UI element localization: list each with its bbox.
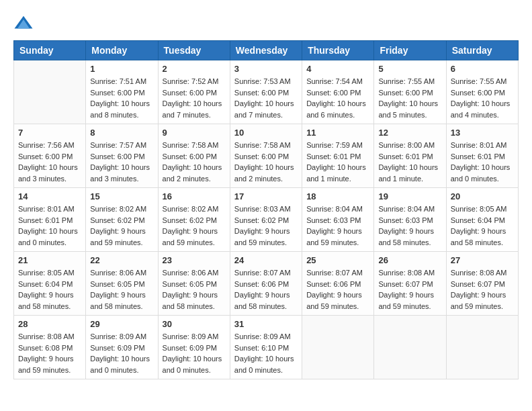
day-info: Sunrise: 8:08 AM Sunset: 6:07 PM Dayligh…: [378, 267, 441, 312]
day-info: Sunrise: 7:59 AM Sunset: 6:01 PM Dayligh…: [306, 140, 369, 184]
day-info: Sunrise: 8:07 AM Sunset: 6:06 PM Dayligh…: [306, 267, 369, 312]
day-number: 19: [378, 191, 441, 201]
calendar-cell: 8Sunrise: 7:57 AM Sunset: 6:00 PM Daylig…: [86, 124, 158, 188]
day-number: 16: [163, 191, 226, 201]
weekday-header-thursday: Thursday: [302, 41, 374, 60]
calendar-cell: 25Sunrise: 8:07 AM Sunset: 6:06 PM Dayli…: [302, 252, 374, 316]
day-number: 13: [451, 128, 514, 138]
day-number: 15: [90, 191, 153, 201]
weekday-header-saturday: Saturday: [446, 41, 518, 60]
calendar-week-1: 7Sunrise: 7:56 AM Sunset: 6:00 PM Daylig…: [14, 124, 519, 188]
day-number: 27: [451, 255, 514, 265]
day-info: Sunrise: 7:53 AM Sunset: 6:00 PM Dayligh…: [234, 76, 298, 120]
calendar-table: SundayMondayTuesdayWednesdayThursdayFrid…: [13, 40, 519, 379]
calendar-week-0: 1Sunrise: 7:51 AM Sunset: 6:00 PM Daylig…: [14, 60, 519, 124]
calendar-cell: 5Sunrise: 7:55 AM Sunset: 6:00 PM Daylig…: [374, 60, 446, 124]
calendar-cell: 15Sunrise: 8:02 AM Sunset: 6:02 PM Dayli…: [86, 188, 158, 252]
calendar-cell: 26Sunrise: 8:08 AM Sunset: 6:07 PM Dayli…: [374, 252, 446, 316]
weekday-row: SundayMondayTuesdayWednesdayThursdayFrid…: [14, 41, 519, 60]
day-info: Sunrise: 8:09 AM Sunset: 6:09 PM Dayligh…: [163, 331, 226, 375]
day-info: Sunrise: 7:55 AM Sunset: 6:00 PM Dayligh…: [378, 76, 441, 120]
weekday-header-tuesday: Tuesday: [158, 41, 230, 60]
day-number: 5: [378, 64, 441, 74]
calendar-cell: 9Sunrise: 7:58 AM Sunset: 6:00 PM Daylig…: [158, 124, 230, 188]
day-number: 10: [234, 128, 298, 138]
logo-icon: [13, 13, 34, 34]
day-number: 23: [163, 255, 226, 265]
day-number: 21: [18, 255, 81, 265]
calendar-cell: 10Sunrise: 7:58 AM Sunset: 6:00 PM Dayli…: [230, 124, 302, 188]
day-info: Sunrise: 8:08 AM Sunset: 6:08 PM Dayligh…: [18, 331, 81, 375]
calendar-cell: 24Sunrise: 8:07 AM Sunset: 6:06 PM Dayli…: [230, 252, 302, 316]
day-number: 7: [18, 128, 81, 138]
calendar-cell: 3Sunrise: 7:53 AM Sunset: 6:00 PM Daylig…: [230, 60, 302, 124]
day-info: Sunrise: 8:03 AM Sunset: 6:02 PM Dayligh…: [234, 203, 298, 248]
day-number: 22: [90, 255, 153, 265]
calendar-cell: 13Sunrise: 8:01 AM Sunset: 6:01 PM Dayli…: [446, 124, 518, 188]
day-info: Sunrise: 8:02 AM Sunset: 6:02 PM Dayligh…: [163, 203, 226, 248]
day-info: Sunrise: 8:01 AM Sunset: 6:01 PM Dayligh…: [451, 140, 514, 184]
calendar-cell: [446, 316, 518, 379]
day-info: Sunrise: 8:06 AM Sunset: 6:05 PM Dayligh…: [163, 267, 226, 312]
calendar-week-2: 14Sunrise: 8:01 AM Sunset: 6:01 PM Dayli…: [14, 188, 519, 252]
day-number: 9: [163, 128, 226, 138]
day-info: Sunrise: 8:09 AM Sunset: 6:09 PM Dayligh…: [90, 331, 153, 375]
weekday-header-friday: Friday: [374, 41, 446, 60]
calendar-cell: 20Sunrise: 8:05 AM Sunset: 6:04 PM Dayli…: [446, 188, 518, 252]
day-number: 8: [90, 128, 153, 138]
calendar-cell: 22Sunrise: 8:06 AM Sunset: 6:05 PM Dayli…: [86, 252, 158, 316]
day-number: 29: [90, 319, 153, 329]
calendar-cell: [374, 316, 446, 379]
day-info: Sunrise: 7:54 AM Sunset: 6:00 PM Dayligh…: [306, 76, 369, 120]
calendar-cell: [14, 60, 86, 124]
day-number: 2: [163, 64, 226, 74]
calendar-body: 1Sunrise: 7:51 AM Sunset: 6:00 PM Daylig…: [14, 60, 519, 379]
calendar-cell: 21Sunrise: 8:05 AM Sunset: 6:04 PM Dayli…: [14, 252, 86, 316]
weekday-header-wednesday: Wednesday: [230, 41, 302, 60]
calendar-week-3: 21Sunrise: 8:05 AM Sunset: 6:04 PM Dayli…: [14, 252, 519, 316]
day-info: Sunrise: 8:00 AM Sunset: 6:01 PM Dayligh…: [378, 140, 441, 184]
day-number: 26: [378, 255, 441, 265]
day-number: 1: [90, 64, 153, 74]
day-info: Sunrise: 8:07 AM Sunset: 6:06 PM Dayligh…: [234, 267, 298, 312]
calendar-cell: 30Sunrise: 8:09 AM Sunset: 6:09 PM Dayli…: [158, 316, 230, 379]
calendar-cell: 27Sunrise: 8:08 AM Sunset: 6:07 PM Dayli…: [446, 252, 518, 316]
day-info: Sunrise: 8:05 AM Sunset: 6:04 PM Dayligh…: [18, 267, 81, 312]
calendar-week-4: 28Sunrise: 8:08 AM Sunset: 6:08 PM Dayli…: [14, 316, 519, 379]
day-number: 24: [234, 255, 298, 265]
day-info: Sunrise: 8:08 AM Sunset: 6:07 PM Dayligh…: [451, 267, 514, 312]
day-number: 4: [306, 64, 369, 74]
day-number: 31: [234, 319, 298, 329]
day-number: 3: [234, 64, 298, 74]
day-info: Sunrise: 8:05 AM Sunset: 6:04 PM Dayligh…: [451, 203, 514, 248]
calendar-cell: 31Sunrise: 8:09 AM Sunset: 6:10 PM Dayli…: [230, 316, 302, 379]
day-info: Sunrise: 8:09 AM Sunset: 6:10 PM Dayligh…: [234, 331, 298, 375]
day-info: Sunrise: 7:58 AM Sunset: 6:00 PM Dayligh…: [163, 140, 226, 184]
calendar-cell: 28Sunrise: 8:08 AM Sunset: 6:08 PM Dayli…: [14, 316, 86, 379]
calendar-cell: 4Sunrise: 7:54 AM Sunset: 6:00 PM Daylig…: [302, 60, 374, 124]
day-info: Sunrise: 8:01 AM Sunset: 6:01 PM Dayligh…: [18, 203, 81, 248]
calendar-cell: 14Sunrise: 8:01 AM Sunset: 6:01 PM Dayli…: [14, 188, 86, 252]
page-header: [13, 13, 519, 34]
day-number: 6: [451, 64, 514, 74]
day-info: Sunrise: 8:04 AM Sunset: 6:03 PM Dayligh…: [306, 203, 369, 248]
day-info: Sunrise: 7:52 AM Sunset: 6:00 PM Dayligh…: [163, 76, 226, 120]
day-number: 14: [18, 191, 81, 201]
calendar-cell: 6Sunrise: 7:55 AM Sunset: 6:00 PM Daylig…: [446, 60, 518, 124]
calendar-cell: 16Sunrise: 8:02 AM Sunset: 6:02 PM Dayli…: [158, 188, 230, 252]
calendar-cell: 23Sunrise: 8:06 AM Sunset: 6:05 PM Dayli…: [158, 252, 230, 316]
day-number: 11: [306, 128, 369, 138]
day-info: Sunrise: 8:02 AM Sunset: 6:02 PM Dayligh…: [90, 203, 153, 248]
calendar-cell: 2Sunrise: 7:52 AM Sunset: 6:00 PM Daylig…: [158, 60, 230, 124]
day-info: Sunrise: 8:04 AM Sunset: 6:03 PM Dayligh…: [378, 203, 441, 248]
calendar-cell: 18Sunrise: 8:04 AM Sunset: 6:03 PM Dayli…: [302, 188, 374, 252]
calendar-cell: [302, 316, 374, 379]
calendar-cell: 12Sunrise: 8:00 AM Sunset: 6:01 PM Dayli…: [374, 124, 446, 188]
day-info: Sunrise: 7:57 AM Sunset: 6:00 PM Dayligh…: [90, 140, 153, 184]
logo: [13, 13, 36, 34]
day-number: 25: [306, 255, 369, 265]
calendar-cell: 17Sunrise: 8:03 AM Sunset: 6:02 PM Dayli…: [230, 188, 302, 252]
day-number: 30: [163, 319, 226, 329]
day-info: Sunrise: 7:55 AM Sunset: 6:00 PM Dayligh…: [451, 76, 514, 120]
calendar-cell: 7Sunrise: 7:56 AM Sunset: 6:00 PM Daylig…: [14, 124, 86, 188]
